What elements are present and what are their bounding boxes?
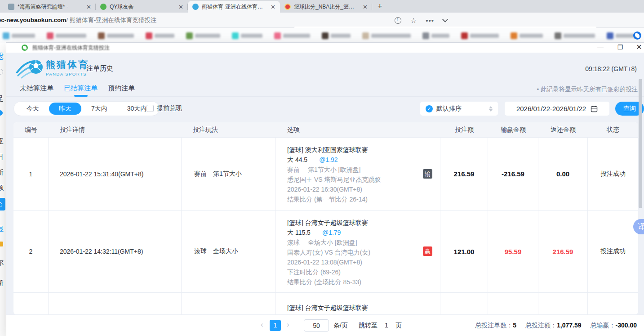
bookmark-favicon xyxy=(146,32,152,39)
bet-time: 2026-01-22 14:32:11(GMT+8) xyxy=(60,248,181,255)
range-today[interactable]: 今天 xyxy=(17,103,49,115)
bookmark-label-redacted xyxy=(283,34,310,38)
browser-logo-icon[interactable] xyxy=(633,31,641,40)
date-range-value: 2026/01/22-2026/01/22 xyxy=(516,105,586,112)
tab-reserved-orders[interactable]: 预约注单 xyxy=(108,84,135,93)
bookmark-item[interactable] xyxy=(3,32,35,39)
option-cell: [篮球] 台湾女子超级篮球联赛 大 115.5@1.79 滚球 全场大小 [欧洲… xyxy=(276,211,440,292)
browser-tab[interactable]: QY球友会 ✕ xyxy=(96,1,188,13)
odds: @1.92 xyxy=(319,156,338,163)
bookmark-item[interactable] xyxy=(47,32,86,39)
league-name: [篮球] 台湾女子超级篮球联赛 xyxy=(287,218,440,228)
col-play: 投注玩法 xyxy=(182,126,276,134)
maximize-button[interactable]: ❐ xyxy=(613,43,627,53)
bookmark-item[interactable] xyxy=(422,32,449,39)
bookmark-favicon xyxy=(232,32,239,39)
bookmark-item[interactable] xyxy=(322,32,351,39)
selected-menu-pill: 合 xyxy=(0,198,5,211)
window-favicon xyxy=(22,45,28,51)
date-range-picker[interactable]: 2026/01/22-2026/01/22 xyxy=(505,102,609,116)
checkbox-icon[interactable] xyxy=(147,105,154,112)
tab-title: QY球友会 xyxy=(110,3,174,11)
total-count-value: 5 xyxy=(513,322,516,330)
bookmark-item[interactable] xyxy=(186,32,220,39)
current-page-button[interactable]: 1 xyxy=(270,320,281,331)
window-titlebar[interactable]: 熊猫体育-亚洲在线体育竞猜投注 — ❐ ✕ xyxy=(6,43,644,53)
orders-table: 编号 投注详情 投注玩法 选项 投注额 输赢金额 返还金额 状态 1 2026-… xyxy=(13,122,638,315)
bookmark-item[interactable] xyxy=(461,32,499,39)
option-cell: [篮球] 台湾女子超级篮球联赛 xyxy=(276,293,440,315)
bookmark-label-redacted xyxy=(56,34,86,38)
jump-page-value[interactable]: 1 xyxy=(385,322,388,329)
close-button[interactable]: ✕ xyxy=(632,43,644,53)
bookmark-favicon xyxy=(362,32,369,39)
summary-totals: 总投注单数：5 总投注额：1,077.59 总输赢：-300.00 xyxy=(475,322,637,330)
per-page-label: 条/页 xyxy=(333,322,348,330)
background-nav-glyph: 投 xyxy=(0,52,4,60)
odds: @1.79 xyxy=(322,229,341,236)
tab-title: *海燕策略研究論壇* - xyxy=(18,3,82,11)
range-7days[interactable]: 7天内 xyxy=(81,103,117,115)
tab-close-icon[interactable]: ✕ xyxy=(85,4,92,10)
url-field[interactable]: bc-new.youbaokun.com / 熊猫体育-亚洲在线体育竞猜投注 xyxy=(0,14,289,26)
total-winloss-label: 总输赢： xyxy=(591,322,616,330)
minimize-button[interactable]: — xyxy=(594,43,607,53)
jump-to-label: 跳转至 xyxy=(359,322,378,330)
bookmark-item[interactable] xyxy=(274,32,310,39)
bookmark-item[interactable] xyxy=(555,32,595,39)
sort-select[interactable]: ✓ 默认排序 xyxy=(420,102,498,116)
range-yesterday[interactable]: 昨天 xyxy=(49,103,81,115)
bookmark-favicon xyxy=(461,32,468,39)
bookmarks-bar xyxy=(0,28,644,43)
page-unit-label: 页 xyxy=(395,322,402,330)
browser-tab[interactable]: *海燕策略研究論壇* - ✕ xyxy=(4,1,96,13)
bookmark-item[interactable] xyxy=(607,32,636,39)
brand-logo: 熊猫体育 PANDA SPORTS xyxy=(16,56,89,79)
bookmark-item[interactable] xyxy=(511,32,543,39)
row-number: 1 xyxy=(13,138,49,210)
early-cashout-option[interactable]: 提前兑现 xyxy=(147,104,182,112)
bookmark-item[interactable] xyxy=(98,32,134,39)
bookmark-star-icon[interactable]: ☆ xyxy=(410,16,417,25)
page-size-input[interactable] xyxy=(304,319,329,332)
col-status: 状态 xyxy=(588,126,638,134)
bookmark-label-redacted xyxy=(241,34,262,38)
sort-label: 默认排序 xyxy=(436,105,462,113)
scrollbar-thumb[interactable] xyxy=(639,79,642,208)
market-line: 滚球 全场大小 [欧洲盘] xyxy=(287,237,440,247)
bookmark-item[interactable] xyxy=(146,32,174,39)
tab-close-icon[interactable]: ✕ xyxy=(362,4,369,10)
dropdown-chevron-icon[interactable] xyxy=(442,17,448,22)
bookmark-item[interactable] xyxy=(362,32,411,39)
search-ring-icon xyxy=(0,69,3,75)
row-number: 2 xyxy=(13,211,49,292)
tab-close-icon[interactable]: ✕ xyxy=(178,4,184,10)
prev-page-icon[interactable]: ‹ xyxy=(261,320,263,329)
next-page-icon[interactable]: › xyxy=(287,320,289,329)
bookmark-label-redacted xyxy=(470,34,499,38)
more-options-icon[interactable]: ••• xyxy=(426,17,434,24)
browser-tab[interactable]: 篮球比分_NBA比分_篮球比... ✕ xyxy=(280,1,372,13)
play-type-cell xyxy=(182,293,276,315)
bookmark-label-redacted xyxy=(331,34,351,38)
bookmark-favicon xyxy=(98,32,105,39)
browser-tab-active[interactable]: 熊猫体育-亚洲在线体育竞猜 ✕ xyxy=(188,1,280,13)
bookmark-favicon xyxy=(511,32,517,39)
clock: 09:18:22 (GMT+8) xyxy=(585,65,637,72)
pick: 大 115.5 xyxy=(287,229,311,236)
bookmark-item[interactable] xyxy=(232,32,262,39)
new-tab-button[interactable]: + xyxy=(378,2,382,11)
app-window: 熊猫体育-亚洲在线体育竞猜投注 — ❐ ✕ 熊猫体育 PANDA SPORTS xyxy=(6,43,644,336)
col-payout: 返还金额 xyxy=(538,126,588,134)
send-tab-icon[interactable] xyxy=(395,17,401,24)
bet-detail-cell: 2026-01-22 15:31:40(GMT+8) 5307201302007… xyxy=(49,138,182,210)
tab-unsettled-orders[interactable]: 未结算注单 xyxy=(20,84,53,93)
tab-close-icon[interactable]: ✕ xyxy=(270,4,276,10)
pick: 大 44.5 xyxy=(287,156,307,163)
tab-favicon-score-icon xyxy=(284,4,291,10)
market-line: 赛前 第1节大小 [欧洲盘] xyxy=(287,165,440,175)
bet-status: 投注成功 xyxy=(588,138,638,210)
bet-detail-cell xyxy=(49,293,182,315)
tab-settled-orders[interactable]: 已结算注单 xyxy=(64,84,98,93)
check-circle-icon: ✓ xyxy=(426,105,433,112)
